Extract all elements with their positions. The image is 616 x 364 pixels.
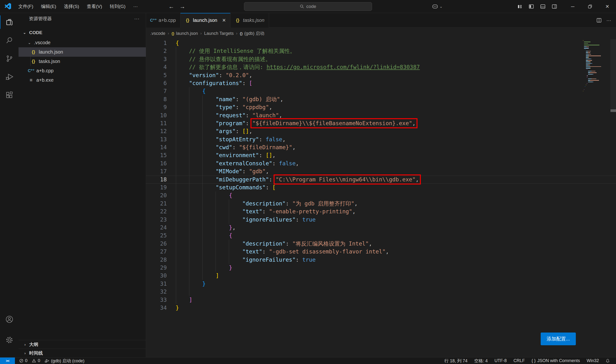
restore-button[interactable] [581,0,599,13]
code-line-30[interactable]: 30 ] [146,272,616,280]
minimap[interactable] [583,40,603,92]
code-line-18[interactable]: 18 "miDebuggerPath": "C:\\Program Files\… [146,176,616,183]
menu-3[interactable]: 选择(S) [60,2,83,11]
menu-5[interactable]: 转到(G) [106,2,129,11]
sidebar-section-outline[interactable]: › 大纲 [18,340,146,349]
tree-item-.vscode[interactable]: ⌄.vscode [18,38,146,47]
run-debug-icon[interactable] [0,68,18,86]
breadcrumb-item[interactable]: {}launch.json [172,31,198,36]
nav-back-button[interactable]: ← [168,3,174,10]
code-line-22[interactable]: 22 "text": "-enable-pretty-printing", [146,208,616,216]
code-line-1[interactable]: 1{ [146,39,616,47]
tree-item-tasks.json[interactable]: {}tasks.json [18,57,146,66]
search-view-icon[interactable] [0,31,18,50]
menu-2[interactable]: 编辑(E) [37,2,60,11]
customize-layout-button[interactable] [514,0,526,13]
code-line-31[interactable]: 31 } [146,280,616,288]
toggle-panel-button[interactable] [537,0,549,13]
toggle-secondary-sidebar-button[interactable] [549,0,560,13]
status-行 18, 列 74[interactable]: 行 18, 列 74 [444,358,468,364]
minimap-line [583,62,603,62]
code-line-7[interactable]: 7 { [146,87,616,95]
status-CRLF[interactable]: CRLF [514,358,525,363]
status-debug[interactable]: (gdb) 启动 (code) [44,358,84,364]
code-line-12[interactable]: 12 "args": [], [146,127,616,135]
section-header-code[interactable]: ⌄ CODE [18,28,146,38]
status-warning[interactable]: 0 [32,358,40,363]
scrollbar-track[interactable] [610,39,616,111]
scrollbar-thumb[interactable] [610,109,616,112]
debug-icon [44,358,49,363]
code-line-13[interactable]: 13 "stopAtEntry": false, [146,135,616,143]
code-line-11[interactable]: 11 "program": "${fileDirname}\\${fileBas… [146,119,616,127]
minimize-button[interactable]: ─ [564,0,581,13]
code-line-2[interactable]: 2 // 使用 IntelliSense 了解相关属性。 [146,47,616,55]
code-line-3[interactable]: 3 // 悬停以查看现有属性的描述。 [146,55,616,63]
status-remote[interactable]: >< [0,358,15,364]
code-line-5[interactable]: 5 "version": "0.2.0", [146,71,616,79]
minimap-line [583,51,603,52]
copilot-menu[interactable]: ⌄ [432,0,443,13]
code-line-16[interactable]: 16 "externalConsole": false, [146,159,616,168]
code-line-19[interactable]: 19 "setupCommands": [ [146,183,616,192]
toggle-primary-sidebar-button[interactable] [526,0,537,13]
code-editor[interactable]: 1{2 // 使用 IntelliSense 了解相关属性。3 // 悬停以查看… [146,39,616,357]
code-line-25[interactable]: 25 { [146,232,616,240]
code-line-10[interactable]: 10 "request": "launch", [146,112,616,119]
status-braces[interactable]: { }JSON with Comments [532,358,580,363]
tab-a+b.cpp[interactable]: C⁺⁺a+b.cpp [146,13,181,28]
breadcrumb[interactable]: .vscode›{}launch.json›Launch Targets›{}(… [146,28,616,39]
nav-forward-button[interactable]: → [180,3,185,10]
extensions-icon[interactable] [0,86,18,104]
code-line-21[interactable]: 21 "description": "为 gdb 启用整齐打印", [146,200,616,208]
tab-tasks.json[interactable]: {}tasks.json [231,13,269,28]
status-Win32[interactable]: Win32 [587,358,599,363]
settings-gear-icon[interactable] [0,331,18,349]
code-line-9[interactable]: 9 "type": "cppdbg", [146,103,616,111]
status-UTF-8[interactable]: UTF-8 [494,358,507,363]
code-line-17[interactable]: 17 "MIMode": "gdb", [146,168,616,175]
code-line-15[interactable]: 15 "environment": [], [146,151,616,159]
menu-more-icon[interactable]: ··· [129,2,142,11]
sidebar-more-icon[interactable]: ··· [134,16,140,21]
tree-item-a+b.cpp[interactable]: C⁺⁺a+b.cpp [18,66,146,76]
code-line-29[interactable]: 29 } [146,264,616,272]
code-line-26[interactable]: 26 "description": "将反汇编风格设置为 Intel", [146,240,616,248]
explorer-icon[interactable] [0,13,18,31]
breadcrumb-item[interactable]: {}(gdb) 启动 [240,30,265,36]
code-line-6[interactable]: 6 "configurations": [ [146,79,616,87]
editor-more-icon[interactable]: ··· [606,18,611,23]
status-error[interactable]: 0 [19,358,28,363]
add-configuration-button[interactable]: 添加配置... [541,333,576,345]
status-空格: 4[interactable]: 空格: 4 [474,358,488,364]
code-line-4[interactable]: 4 // 欲了解更多信息，请访问: https://go.microsoft.c… [146,63,616,71]
account-icon[interactable] [0,310,18,328]
code-line-20[interactable]: 20 { [146,192,616,199]
close-tab-icon[interactable]: ✕ [222,18,226,23]
close-window-button[interactable]: ✕ [599,0,616,13]
code-line-23[interactable]: 23 "ignoreFailures": true [146,216,616,224]
code-line-14[interactable]: 14 "cwd": "${fileDirname}", [146,143,616,151]
code-line-34[interactable]: 34} [146,304,616,312]
menu-4[interactable]: 查看(V) [83,2,106,11]
code-line-33[interactable]: 33 ] [146,296,616,304]
tab-launch.json[interactable]: {}launch.json✕ [181,13,231,28]
sidebar-title: 资源管理器 [29,16,52,22]
code-line-24[interactable]: 24 }, [146,224,616,232]
code-line-8[interactable]: 8 "name": "(gdb) 启动", [146,95,616,103]
command-center-search[interactable]: code [244,2,372,11]
tree-item-launch.json[interactable]: {}launch.json [18,47,146,57]
code-line-27[interactable]: 27 "text": "-gdb-set disassembly-flavor … [146,248,616,256]
tree-item-a+b.exe[interactable]: ≡a+b.exe [18,76,146,85]
status-bell[interactable] [606,359,610,363]
split-editor-icon[interactable] [597,18,602,23]
code-line-32[interactable]: 32 [146,288,616,296]
sidebar-section-timeline[interactable]: › 时间线 [18,349,146,357]
source-control-icon[interactable] [0,50,18,68]
code-line-28[interactable]: 28 "ignoreFailures": true [146,256,616,264]
line-number: 29 [146,264,176,272]
line-number: 3 [146,55,176,63]
breadcrumb-item[interactable]: Launch Targets [204,31,234,36]
menu-1[interactable]: 文件(F) [14,2,37,11]
breadcrumb-item[interactable]: .vscode [150,31,165,36]
